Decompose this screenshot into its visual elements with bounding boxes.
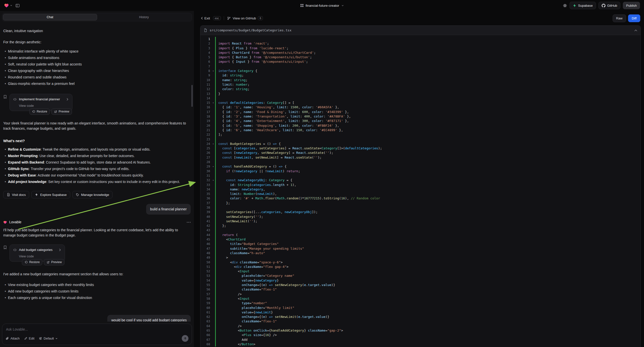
bullet-item: Subtle animations and transitions [8,55,191,60]
fold-spacer [211,260,215,264]
fold-spacer [211,78,215,82]
esc-key-hint: esc [213,16,221,20]
bullet-item: Expand with Backend: Connect Supabase to… [8,160,191,165]
fold-spacer [211,128,215,132]
code-line: 47 subtitle="Manage your spending limits… [200,246,640,251]
code-line: 14 [200,96,640,100]
mode-selector[interactable]: Default [39,336,58,340]
project-title: financial-future-creator [306,4,339,8]
bookmark-icon[interactable] [3,246,7,250]
chat-panel: Chat History Clean, intuitive navigation… [0,11,194,347]
explore-supabase-button[interactable]: Explore Supabase [31,191,70,198]
fold-spacer [211,50,215,55]
publish-button[interactable]: Publish [623,2,640,9]
fold-spacer [211,246,215,251]
fold-spacer [211,310,215,315]
code-line: 53 placeholder="Category name" [200,274,640,278]
code-line: 42 }; [200,224,640,228]
lovable-logo[interactable] [4,3,12,8]
project-menu[interactable]: financial-future-creator [300,4,344,8]
fold-chevron-icon[interactable]: ▾ [211,100,215,105]
toggle-sidebar-button[interactable] [16,4,20,8]
restore-icon [32,110,35,113]
visit-docs-button[interactable]: Visit docs [3,191,29,198]
code-panel: Exit esc View on GitHub 6 Raw Diff src/c… [197,11,644,347]
code-line: 16 { id: '1', name: 'Housing', limit: 15… [200,105,640,110]
fold-spacer [211,37,215,41]
code-line: 38 [200,205,640,210]
code-editor[interactable]: 12import React from 'react';3import { Pl… [200,35,640,347]
fold-spacer [211,328,215,333]
external-link-icon [46,261,50,264]
settings-button[interactable] [563,4,567,8]
fold-chevron-icon[interactable]: ▾ [211,69,215,73]
fold-chevron-icon[interactable]: ▾ [211,164,215,169]
fold-spacer [211,60,215,64]
assistant-text: I've added a new budget categories manag… [3,272,188,277]
code-line: 40 setNewCategory(''); [200,214,640,219]
code-line: 5import { Button } from '@/components/ui… [200,55,640,60]
file-header[interactable]: src/components/budget/BudgetCategories.t… [200,26,640,35]
assistant-text: Your sleek financial planner is now read… [3,121,188,131]
fold-spacer [211,192,215,196]
fold-spacer [211,114,215,119]
code-line: 27 const [newLimit, setNewLimit] = React… [200,155,640,160]
restore-button[interactable]: Restore [29,108,50,115]
code-line: 35 limit: Number(newLimit), [200,192,640,196]
fold-spacer [211,251,215,256]
send-button[interactable] [182,335,188,342]
exit-button[interactable]: Exit [201,16,210,20]
chat-scrollbar-thumb[interactable] [192,85,193,107]
code-line: 57 /> [200,292,640,296]
fold-chevron-icon[interactable]: ▾ [211,142,215,146]
topbar: financial-future-creator Supabase GitHub… [0,0,644,11]
attach-button[interactable]: Attach [6,336,20,340]
fold-spacer [211,233,215,237]
fold-spacer [211,283,215,287]
fold-spacer [211,137,215,142]
code-icon [13,98,17,101]
code-line: 44 return ( [200,233,640,237]
restore-button[interactable]: Restore [22,259,42,265]
edit-button[interactable]: Edit [24,336,34,340]
card-title: Add budget categories [19,247,52,252]
bullet-item: Glass-morphic elements for a premium fee… [8,81,191,86]
code-line: 19 { id: '4', name: 'Entertainment', lim… [200,119,640,123]
code-line: 41 setNewLimit(''); [200,219,640,224]
docs-icon [7,193,10,196]
code-line: 45 <ChartCard [200,237,640,242]
preview-button[interactable]: Preview [44,259,64,265]
chevron-right-icon [66,98,69,101]
github-button[interactable]: GitHub [598,2,620,9]
raw-button[interactable]: Raw [613,14,626,22]
bullet-item: Master Prompting: Use clear, detailed, a… [8,153,191,158]
collapse-file-button[interactable] [634,29,637,31]
code-icon [13,248,17,252]
tool-card-group: Add budget categories View code Restore … [3,244,191,265]
quick-actions: Visit docs Explore Supabase Manage knowl… [3,191,191,198]
preview-button[interactable]: Preview [51,108,72,115]
fold-spacer [211,287,215,292]
fold-spacer [211,96,215,100]
gear-icon [563,4,567,8]
code-line: 32▾ const newCategoryObj: Category = { [200,178,640,182]
fold-chevron-icon[interactable]: ▾ [211,178,215,182]
supabase-button[interactable]: Supabase [570,2,596,9]
code-line: 7 [200,64,640,69]
code-line: 36 color: '#' + Math.floor(Math.random()… [200,196,640,201]
view-code-link[interactable]: View code [19,103,69,108]
manage-knowledge-button[interactable]: Manage knowledge [72,191,113,198]
design-bullet-list: Minimalist interface with plenty of whit… [3,49,191,88]
tab-chat[interactable]: Chat [3,14,97,20]
view-on-github-link[interactable]: View on GitHub 6 [227,16,263,20]
assistant-name: Lovable [9,220,22,225]
chat-input[interactable] [6,327,115,332]
more-options-button[interactable] [187,222,191,223]
tab-history[interactable]: History [97,14,191,20]
view-code-link[interactable]: View code [19,254,61,259]
bookmark-icon[interactable] [3,95,7,99]
restore-icon [25,261,28,264]
chevron-down-icon [341,4,344,7]
bullet-item: Soft, neutral color palette with light b… [8,62,191,67]
diff-button[interactable]: Diff [628,14,640,22]
